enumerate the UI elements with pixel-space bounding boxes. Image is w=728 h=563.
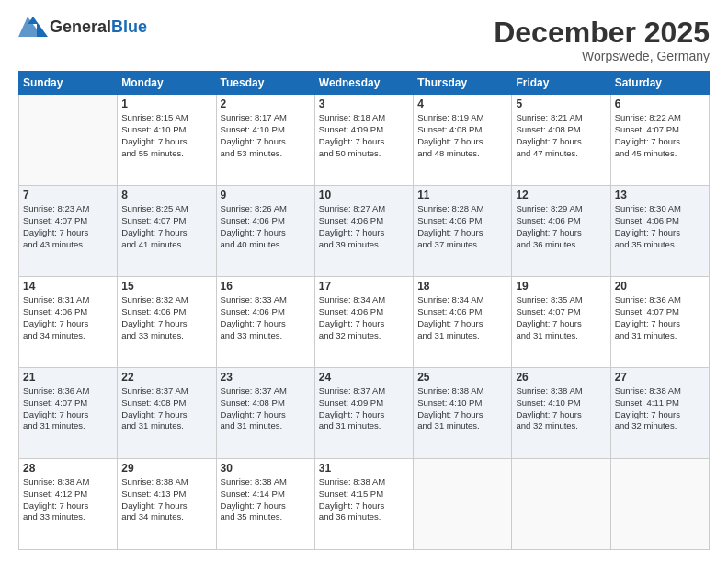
day-info: Sunrise: 8:37 AM Sunset: 4:08 PM Dayligh…	[221, 385, 311, 432]
day-info: Sunrise: 8:22 AM Sunset: 4:07 PM Dayligh…	[615, 112, 705, 159]
calendar-cell: 8Sunrise: 8:25 AM Sunset: 4:07 PM Daylig…	[118, 186, 216, 277]
calendar-cell: 20Sunrise: 8:36 AM Sunset: 4:07 PM Dayli…	[610, 277, 709, 368]
day-info: Sunrise: 8:38 AM Sunset: 4:10 PM Dayligh…	[516, 385, 606, 432]
day-number: 21	[23, 371, 113, 384]
calendar-cell: 11Sunrise: 8:28 AM Sunset: 4:06 PM Dayli…	[414, 186, 512, 277]
calendar-cell: 14Sunrise: 8:31 AM Sunset: 4:06 PM Dayli…	[19, 277, 118, 368]
calendar-cell	[512, 459, 610, 550]
day-header-thursday: Thursday	[414, 72, 512, 95]
day-number: 6	[615, 98, 705, 110]
calendar-cell: 2Sunrise: 8:17 AM Sunset: 4:10 PM Daylig…	[216, 95, 314, 186]
day-info: Sunrise: 8:38 AM Sunset: 4:14 PM Dayligh…	[221, 477, 311, 523]
day-number: 20	[615, 280, 705, 293]
day-number: 5	[516, 98, 606, 110]
week-row-2: 7Sunrise: 8:23 AM Sunset: 4:07 PM Daylig…	[19, 186, 710, 277]
day-info: Sunrise: 8:38 AM Sunset: 4:10 PM Dayligh…	[417, 385, 507, 432]
page: GeneralBlue December 2025 Worpswede, Ger…	[0, 0, 728, 563]
calendar-cell: 3Sunrise: 8:18 AM Sunset: 4:09 PM Daylig…	[314, 95, 413, 186]
calendar-cell: 24Sunrise: 8:37 AM Sunset: 4:09 PM Dayli…	[314, 368, 413, 459]
day-info: Sunrise: 8:37 AM Sunset: 4:08 PM Dayligh…	[121, 385, 211, 432]
day-info: Sunrise: 8:18 AM Sunset: 4:09 PM Dayligh…	[319, 112, 409, 159]
calendar-cell: 5Sunrise: 8:21 AM Sunset: 4:08 PM Daylig…	[512, 95, 610, 186]
day-number: 22	[121, 371, 211, 384]
logo-icon	[18, 17, 48, 37]
day-number: 8	[121, 189, 211, 201]
day-info: Sunrise: 8:36 AM Sunset: 4:07 PM Dayligh…	[615, 294, 705, 341]
calendar-cell: 26Sunrise: 8:38 AM Sunset: 4:10 PM Dayli…	[512, 368, 610, 459]
calendar-cell: 9Sunrise: 8:26 AM Sunset: 4:06 PM Daylig…	[216, 186, 314, 277]
day-number: 25	[417, 371, 507, 384]
calendar-table: SundayMondayTuesdayWednesdayThursdayFrid…	[18, 71, 710, 550]
day-number: 15	[121, 280, 211, 293]
day-number: 12	[516, 189, 606, 201]
day-info: Sunrise: 8:27 AM Sunset: 4:06 PM Dayligh…	[319, 203, 409, 250]
location: Worpswede, Germany	[494, 49, 710, 63]
day-number: 18	[417, 280, 507, 293]
calendar-cell	[414, 459, 512, 550]
day-info: Sunrise: 8:38 AM Sunset: 4:15 PM Dayligh…	[319, 477, 409, 523]
day-info: Sunrise: 8:21 AM Sunset: 4:08 PM Dayligh…	[516, 112, 606, 159]
calendar-cell: 10Sunrise: 8:27 AM Sunset: 4:06 PM Dayli…	[314, 186, 413, 277]
day-number: 9	[221, 189, 311, 201]
day-number: 2	[221, 98, 311, 110]
day-info: Sunrise: 8:33 AM Sunset: 4:06 PM Dayligh…	[221, 294, 311, 341]
day-number: 27	[615, 371, 705, 384]
calendar-cell: 25Sunrise: 8:38 AM Sunset: 4:10 PM Dayli…	[414, 368, 512, 459]
day-info: Sunrise: 8:19 AM Sunset: 4:08 PM Dayligh…	[417, 112, 507, 159]
day-number: 31	[319, 462, 409, 475]
calendar-cell: 29Sunrise: 8:38 AM Sunset: 4:13 PM Dayli…	[118, 459, 216, 550]
week-row-3: 14Sunrise: 8:31 AM Sunset: 4:06 PM Dayli…	[19, 277, 710, 368]
calendar-cell: 12Sunrise: 8:29 AM Sunset: 4:06 PM Dayli…	[512, 186, 610, 277]
day-header-friday: Friday	[512, 72, 610, 95]
day-info: Sunrise: 8:35 AM Sunset: 4:07 PM Dayligh…	[516, 294, 606, 341]
calendar-cell: 27Sunrise: 8:38 AM Sunset: 4:11 PM Dayli…	[610, 368, 709, 459]
calendar-cell	[610, 459, 709, 550]
day-header-sunday: Sunday	[19, 72, 118, 95]
calendar-cell: 13Sunrise: 8:30 AM Sunset: 4:06 PM Dayli…	[610, 186, 709, 277]
day-info: Sunrise: 8:28 AM Sunset: 4:06 PM Dayligh…	[417, 203, 507, 250]
day-info: Sunrise: 8:31 AM Sunset: 4:06 PM Dayligh…	[23, 294, 113, 341]
day-number: 23	[221, 371, 311, 384]
calendar-cell: 19Sunrise: 8:35 AM Sunset: 4:07 PM Dayli…	[512, 277, 610, 368]
calendar-cell: 6Sunrise: 8:22 AM Sunset: 4:07 PM Daylig…	[610, 95, 709, 186]
calendar-cell: 21Sunrise: 8:36 AM Sunset: 4:07 PM Dayli…	[19, 368, 118, 459]
calendar-cell	[19, 95, 118, 186]
day-header-tuesday: Tuesday	[216, 72, 314, 95]
day-number: 3	[319, 98, 409, 110]
day-number: 19	[516, 280, 606, 293]
day-number: 29	[121, 462, 211, 475]
day-number: 14	[23, 280, 113, 293]
day-info: Sunrise: 8:23 AM Sunset: 4:07 PM Dayligh…	[23, 203, 113, 250]
header-row: SundayMondayTuesdayWednesdayThursdayFrid…	[19, 72, 710, 95]
day-info: Sunrise: 8:38 AM Sunset: 4:12 PM Dayligh…	[23, 477, 113, 523]
day-number: 26	[516, 371, 606, 384]
calendar-cell: 18Sunrise: 8:34 AM Sunset: 4:06 PM Dayli…	[414, 277, 512, 368]
day-number: 16	[221, 280, 311, 293]
logo: GeneralBlue	[18, 17, 147, 37]
week-row-5: 28Sunrise: 8:38 AM Sunset: 4:12 PM Dayli…	[19, 459, 710, 550]
day-number: 10	[319, 189, 409, 201]
month-title: December 2025	[494, 17, 710, 49]
day-info: Sunrise: 8:25 AM Sunset: 4:07 PM Dayligh…	[121, 203, 211, 250]
logo-text: GeneralBlue	[50, 17, 147, 37]
calendar-cell: 4Sunrise: 8:19 AM Sunset: 4:08 PM Daylig…	[414, 95, 512, 186]
day-info: Sunrise: 8:32 AM Sunset: 4:06 PM Dayligh…	[121, 294, 211, 341]
calendar-cell: 1Sunrise: 8:15 AM Sunset: 4:10 PM Daylig…	[118, 95, 216, 186]
calendar-cell: 23Sunrise: 8:37 AM Sunset: 4:08 PM Dayli…	[216, 368, 314, 459]
day-number: 7	[23, 189, 113, 201]
day-info: Sunrise: 8:34 AM Sunset: 4:06 PM Dayligh…	[319, 294, 409, 341]
day-number: 13	[615, 189, 705, 201]
day-info: Sunrise: 8:17 AM Sunset: 4:10 PM Dayligh…	[221, 112, 311, 159]
day-info: Sunrise: 8:29 AM Sunset: 4:06 PM Dayligh…	[516, 203, 606, 250]
calendar-cell: 31Sunrise: 8:38 AM Sunset: 4:15 PM Dayli…	[314, 459, 413, 550]
calendar-cell: 30Sunrise: 8:38 AM Sunset: 4:14 PM Dayli…	[216, 459, 314, 550]
week-row-4: 21Sunrise: 8:36 AM Sunset: 4:07 PM Dayli…	[19, 368, 710, 459]
day-number: 24	[319, 371, 409, 384]
calendar-cell: 16Sunrise: 8:33 AM Sunset: 4:06 PM Dayli…	[216, 277, 314, 368]
day-info: Sunrise: 8:37 AM Sunset: 4:09 PM Dayligh…	[319, 385, 409, 432]
week-row-1: 1Sunrise: 8:15 AM Sunset: 4:10 PM Daylig…	[19, 95, 710, 186]
title-block: December 2025 Worpswede, Germany	[494, 17, 710, 63]
day-info: Sunrise: 8:38 AM Sunset: 4:11 PM Dayligh…	[615, 385, 705, 432]
day-number: 28	[23, 462, 113, 475]
day-header-wednesday: Wednesday	[314, 72, 413, 95]
